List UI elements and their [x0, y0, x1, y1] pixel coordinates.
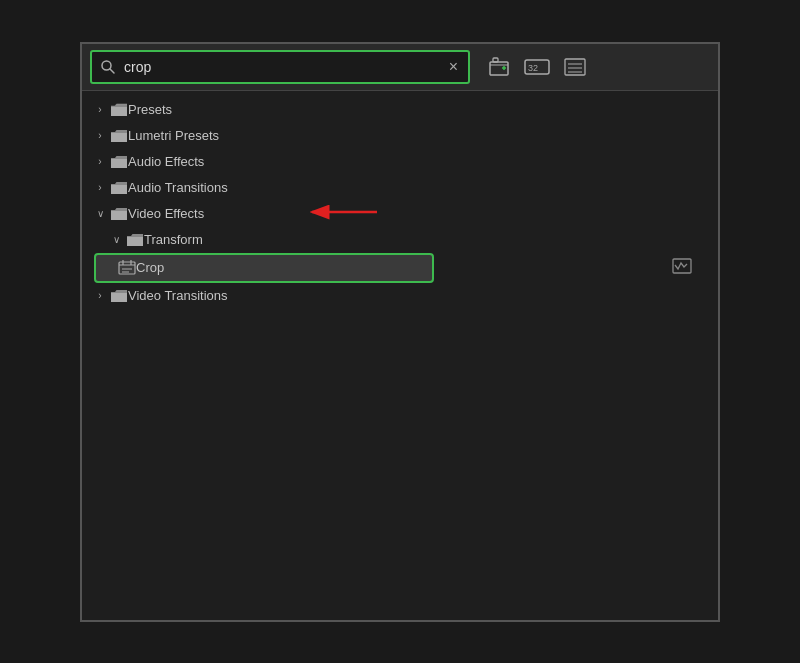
label-audio-transitions: Audio Transitions	[128, 180, 228, 195]
folder-icon-lumetri	[110, 128, 128, 144]
search-box: ×	[90, 50, 470, 84]
label-video-transitions: Video Transitions	[128, 288, 228, 303]
chevron-transform: ∨	[110, 234, 122, 246]
folder-icon-video-transitions	[110, 288, 128, 304]
chevron-audio-effects: ›	[94, 156, 106, 168]
svg-rect-3	[493, 58, 498, 62]
new-bin-icon	[488, 57, 510, 77]
crop-right-icon-area	[672, 257, 692, 279]
label-lumetri: Lumetri Presets	[128, 128, 219, 143]
folder-icon-transform	[126, 232, 144, 248]
chevron-presets: ›	[94, 104, 106, 116]
search-icon	[100, 59, 116, 75]
tree-item-audio-transitions[interactable]: › Audio Transitions	[82, 175, 718, 201]
chevron-video-effects: ∨	[94, 208, 106, 220]
label-presets: Presets	[128, 102, 172, 117]
accelerated-icon: 32	[524, 57, 550, 77]
new-bin-button[interactable]	[486, 55, 512, 79]
folder-icon-audio-transitions	[110, 180, 128, 196]
effects-panel: × 32	[80, 42, 720, 622]
label-video-effects: Video Effects	[128, 206, 204, 221]
tree-item-crop[interactable]: › Crop	[94, 253, 434, 283]
crop-row[interactable]: › Crop	[82, 253, 718, 283]
folder-icon-video-effects	[110, 206, 128, 222]
tree-list: › Presets › Lumetri Presets › Aud	[82, 91, 718, 620]
tree-item-transform[interactable]: ∨ Transform	[82, 227, 718, 253]
acceleration-icon	[672, 257, 692, 275]
list-view-button[interactable]	[562, 55, 588, 79]
tree-item-audio-effects[interactable]: › Audio Effects	[82, 149, 718, 175]
label-crop: Crop	[136, 260, 164, 275]
toolbar: × 32	[82, 44, 718, 91]
chevron-video-transitions: ›	[94, 290, 106, 302]
accelerated-button[interactable]: 32	[522, 55, 552, 79]
svg-line-1	[110, 69, 114, 73]
svg-rect-8	[565, 59, 585, 75]
chevron-audio-transitions: ›	[94, 182, 106, 194]
tree-item-lumetri[interactable]: › Lumetri Presets	[82, 123, 718, 149]
svg-text:32: 32	[528, 63, 538, 73]
toolbar-icons: 32	[486, 55, 588, 79]
tree-item-video-transitions[interactable]: › Video Transitions	[82, 283, 718, 309]
list-view-icon	[564, 57, 586, 77]
label-audio-effects: Audio Effects	[128, 154, 204, 169]
label-transform: Transform	[144, 232, 203, 247]
tree-item-presets[interactable]: › Presets	[82, 97, 718, 123]
folder-icon-audio-effects	[110, 154, 128, 170]
folder-icon-presets	[110, 102, 128, 118]
search-input[interactable]	[124, 59, 447, 75]
tree-item-video-effects[interactable]: ∨ Video Effects	[82, 201, 718, 227]
video-effects-row[interactable]: ∨ Video Effects	[82, 201, 718, 227]
effect-icon-crop	[118, 260, 136, 276]
clear-search-button[interactable]: ×	[447, 59, 460, 75]
chevron-lumetri: ›	[94, 130, 106, 142]
